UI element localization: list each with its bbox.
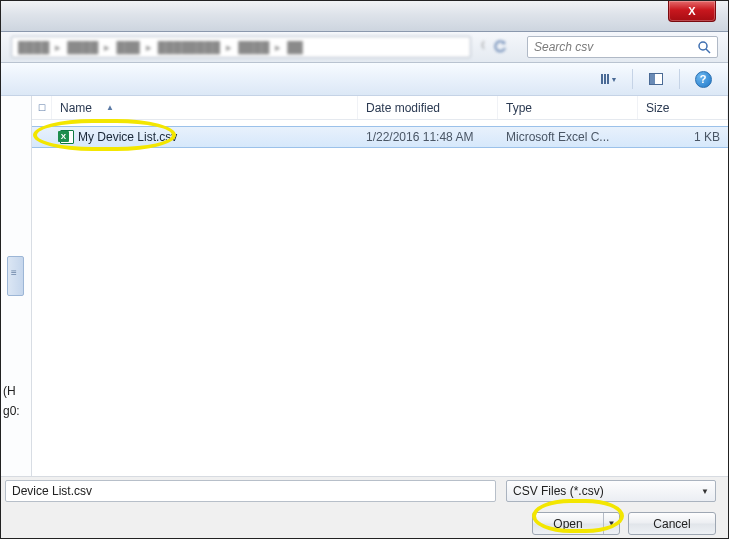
- close-icon: X: [688, 5, 695, 17]
- column-header-date[interactable]: Date modified: [358, 96, 498, 119]
- chevron-down-icon: ▼: [608, 519, 616, 528]
- column-header-size[interactable]: Size: [638, 96, 728, 119]
- column-header-name[interactable]: Name ▲: [52, 96, 358, 119]
- cancel-button[interactable]: Cancel: [628, 512, 716, 535]
- filetype-filter-dropdown[interactable]: CSV Files (*.csv) ▼: [506, 480, 716, 502]
- filename-input[interactable]: Device List.csv: [5, 480, 496, 502]
- file-rows: My Device List.csv 1/22/2016 11:48 AM Mi…: [32, 120, 728, 148]
- file-date-label: 1/22/2016 11:48 AM: [358, 130, 498, 144]
- column-checkbox[interactable]: ☐: [32, 96, 52, 119]
- svg-point-0: [699, 42, 707, 50]
- chevron-down-icon: ▼: [611, 76, 618, 83]
- preview-pane-button[interactable]: [643, 68, 669, 90]
- preview-pane-icon: [649, 73, 663, 85]
- scrollbar-thumb[interactable]: [7, 256, 24, 296]
- footer: Device List.csv CSV Files (*.csv) ▼ Open…: [1, 476, 728, 538]
- chevron-down-icon: ▼: [701, 487, 709, 496]
- column-header-type[interactable]: Type: [498, 96, 638, 119]
- search-icon: [697, 40, 711, 54]
- file-list-view: ☐ Name ▲ Date modified Type Size My Devi…: [32, 96, 728, 476]
- view-icon: [601, 74, 609, 84]
- toolbar: ▼ ?: [1, 63, 728, 96]
- left-panel-strip: (H g0:: [1, 96, 32, 476]
- file-name-label: My Device List.csv: [78, 130, 177, 144]
- toolbar-separator: [679, 69, 680, 89]
- navigation-bar: ████▸ ████▸ ███▸ ████████▸ ████▸ ██ Sear…: [1, 32, 728, 63]
- close-button[interactable]: X: [668, 1, 716, 22]
- open-dropdown-toggle[interactable]: ▼: [603, 513, 619, 534]
- open-button[interactable]: Open ▼: [532, 512, 620, 535]
- truncated-text: (H: [3, 384, 16, 398]
- help-icon: ?: [695, 71, 712, 88]
- file-type-label: Microsoft Excel C...: [498, 130, 638, 144]
- view-options-button[interactable]: ▼: [596, 68, 622, 90]
- truncated-text: g0:: [3, 404, 20, 418]
- excel-file-icon: [60, 130, 74, 144]
- column-headers: ☐ Name ▲ Date modified Type Size: [32, 96, 728, 120]
- file-row[interactable]: My Device List.csv 1/22/2016 11:48 AM Mi…: [32, 126, 728, 148]
- sort-ascending-icon: ▲: [106, 103, 114, 112]
- refresh-group[interactable]: [481, 40, 507, 54]
- breadcrumb[interactable]: ████▸ ████▸ ███▸ ████████▸ ████▸ ██: [11, 36, 471, 58]
- svg-line-1: [706, 49, 710, 53]
- search-input[interactable]: Search csv: [527, 36, 718, 58]
- file-size-label: 1 KB: [638, 130, 728, 144]
- search-placeholder: Search csv: [534, 40, 593, 54]
- toolbar-separator: [632, 69, 633, 89]
- titlebar: X: [1, 1, 728, 32]
- help-button[interactable]: ?: [690, 68, 716, 90]
